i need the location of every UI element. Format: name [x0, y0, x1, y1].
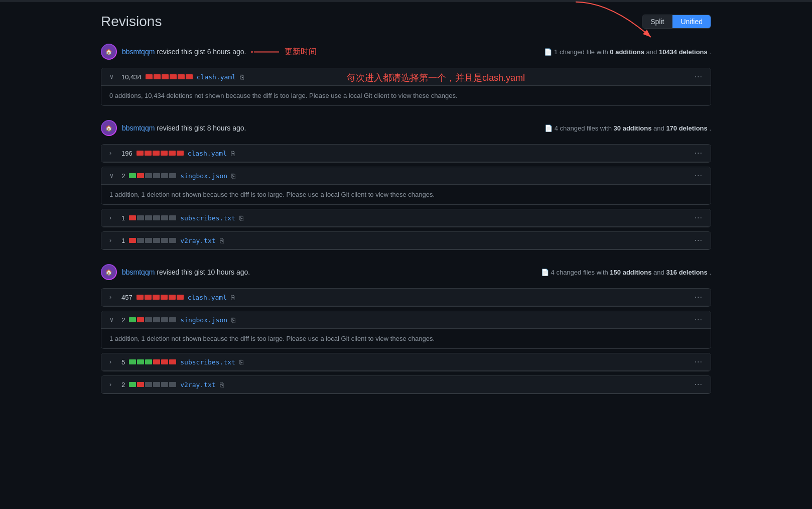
expand-icon[interactable]: ∨: [109, 73, 117, 80]
avatar: 🏠: [101, 44, 117, 60]
more-options-icon[interactable]: ···: [695, 72, 703, 81]
revision-author: 🏠 bbsmtqqm revised this gist 6 hours ago…: [101, 44, 246, 60]
more-options-icon[interactable]: ···: [695, 213, 703, 222]
more-options-icon[interactable]: ···: [695, 315, 703, 324]
file-header: › 457 clash.yaml ⎘ ···: [101, 289, 711, 306]
file-block: ∨ 2 singbox.json ⎘ ··· 1 additi: [101, 311, 711, 349]
copy-icon[interactable]: ⎘: [231, 172, 235, 180]
revision-section: 🏠 bbsmtqqm revised this gist 6 hours ago…: [101, 42, 711, 106]
diff-bar: [129, 317, 176, 322]
file-block: › 2 v2ray.txt ⎘ ···: [101, 375, 711, 394]
expand-icon[interactable]: ∨: [109, 172, 117, 179]
file-block: › 1 subscribes.txt ⎘ ···: [101, 209, 711, 227]
more-options-icon[interactable]: ···: [695, 293, 703, 302]
copy-icon[interactable]: ⎘: [239, 358, 243, 366]
unified-button[interactable]: Unified: [672, 15, 711, 28]
revision-section: 🏠 bbsmtqqm revised this gist 8 hours ago…: [101, 118, 711, 250]
file-diff-message: 1 addition, 1 deletion not shown because…: [101, 329, 711, 348]
copy-icon[interactable]: ⎘: [231, 150, 235, 157]
more-options-icon[interactable]: ···: [695, 149, 703, 158]
file-diff-message: 0 additions, 10,434 deletions not shown …: [101, 86, 711, 105]
file-header: ∨ 2 singbox.json ⎘ ···: [101, 167, 711, 185]
revision-author-text: bbsmtqqm revised this gist 10 hours ago.: [122, 268, 250, 276]
diff-bar: [129, 215, 176, 220]
expand-icon[interactable]: ∨: [109, 316, 117, 323]
expand-icon[interactable]: ›: [109, 237, 117, 244]
avatar: 🏠: [101, 264, 117, 280]
file-header: › 196 clash.yaml ⎘ ···: [101, 145, 711, 162]
avatar: 🏠: [101, 120, 117, 136]
diff-bar: [129, 238, 176, 243]
diff-bar: [137, 295, 184, 300]
copy-icon[interactable]: ⎘: [231, 294, 235, 301]
more-options-icon[interactable]: ···: [695, 380, 703, 389]
file-block: ∨ 10,434 clash.yaml ⎘ ···: [101, 68, 711, 106]
expand-icon[interactable]: ›: [109, 381, 117, 388]
copy-icon[interactable]: ⎘: [220, 237, 224, 244]
revision-author: 🏠 bbsmtqqm revised this gist 8 hours ago…: [101, 120, 246, 136]
revision-author: 🏠 bbsmtqqm revised this gist 10 hours ag…: [101, 264, 250, 280]
diff-bar: [129, 382, 176, 387]
more-options-icon[interactable]: ···: [695, 171, 703, 180]
revision-section: 🏠 bbsmtqqm revised this gist 10 hours ag…: [101, 262, 711, 394]
expand-icon[interactable]: ›: [109, 214, 117, 221]
file-block: › 457 clash.yaml ⎘ ···: [101, 288, 711, 307]
diff-bar: [146, 74, 193, 79]
file-header: ∨ 10,434 clash.yaml ⎘ ···: [101, 68, 711, 86]
diff-bar: [129, 173, 176, 178]
copy-icon[interactable]: ⎘: [240, 73, 244, 81]
revision-stats: 📄 1 changed file with 0 additions and 10…: [544, 48, 711, 56]
file-header: › 1 subscribes.txt ⎘ ···: [101, 209, 711, 227]
expand-icon[interactable]: ›: [109, 358, 117, 365]
author-link[interactable]: bbsmtqqm: [122, 268, 155, 276]
diff-bar: [137, 151, 184, 156]
file-header: ∨ 2 singbox.json ⎘ ···: [101, 311, 711, 329]
file-block: ∨ 2 singbox.json ⎘ ··· 1 additi: [101, 167, 711, 205]
page-title: Revisions: [101, 14, 162, 30]
expand-icon[interactable]: ›: [109, 294, 117, 301]
file-block: › 1 v2ray.txt ⎘ ···: [101, 231, 711, 250]
update-time-annotation: 更新时间: [285, 47, 317, 57]
revision-author-text: bbsmtqqm revised this gist 6 hours ago.: [122, 48, 246, 56]
expand-icon[interactable]: ›: [109, 150, 117, 157]
file-header: › 5 subscribes.txt ⎘ ···: [101, 353, 711, 371]
author-link[interactable]: bbsmtqqm: [122, 48, 155, 56]
file-diff-message: 1 addition, 1 deletion not shown because…: [101, 185, 711, 204]
revision-stats: 📄 4 changed files with 150 additions and…: [541, 269, 711, 276]
copy-icon[interactable]: ⎘: [231, 316, 235, 324]
file-header: › 1 v2ray.txt ⎘ ···: [101, 232, 711, 249]
diff-bar: [129, 359, 176, 364]
file-header: › 2 v2ray.txt ⎘ ···: [101, 376, 711, 394]
file-block: › 196 clash.yaml ⎘ ···: [101, 144, 711, 163]
split-button[interactable]: Split: [642, 15, 672, 28]
copy-icon[interactable]: ⎘: [239, 214, 243, 222]
view-toggle: Split Unified: [642, 15, 711, 29]
author-link[interactable]: bbsmtqqm: [122, 124, 155, 132]
revision-stats: 📄 4 changed files with 30 additions and …: [545, 124, 711, 132]
copy-icon[interactable]: ⎘: [220, 381, 224, 389]
file-block: › 5 subscribes.txt ⎘ ···: [101, 353, 711, 371]
revision-author-text: bbsmtqqm revised this gist 8 hours ago.: [122, 124, 246, 132]
more-options-icon[interactable]: ···: [695, 357, 703, 366]
file-changed-icon: 📄: [544, 48, 552, 56]
more-options-icon[interactable]: ···: [695, 236, 703, 245]
